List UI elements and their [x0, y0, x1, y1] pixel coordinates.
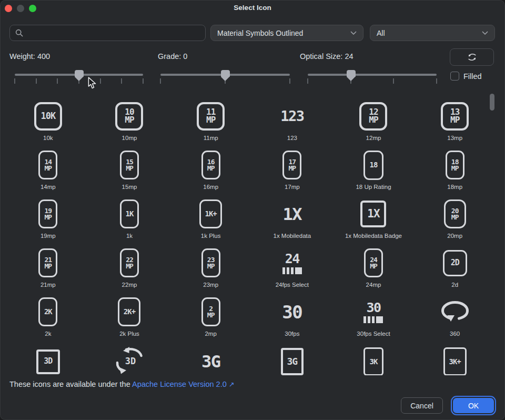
optical-tick	[307, 78, 308, 84]
2mp-icon: 2MP	[201, 297, 220, 326]
1x-mobiledata-icon: 1X	[283, 206, 302, 223]
icon-grid-item-label: 1x Mobiledata Badge	[345, 233, 402, 239]
icon-grid-item-label: 22mp	[122, 282, 137, 288]
ok-button[interactable]: OK	[453, 398, 494, 413]
optical-size-slider-ticks	[308, 78, 437, 84]
select-icon-dialog: Select Icon Material Symbols Outlined Al…	[0, 0, 505, 420]
14mp-icon: 14MP	[38, 151, 57, 179]
icon-grid-item-2mp[interactable]: 2MP2mp	[170, 288, 251, 337]
2k-icon: 2K	[38, 297, 57, 326]
icon-grid-item-12mp[interactable]: 12MP12mp	[333, 92, 415, 141]
weight-slider-label: Weight: 400	[9, 52, 50, 61]
icon-grid-item-label: 10mp	[122, 135, 137, 141]
chevron-down-icon	[482, 31, 488, 35]
10mp-icon: 10MP	[115, 102, 143, 131]
optical-size-slider[interactable]	[308, 74, 437, 76]
icon-grid-item-15mp[interactable]: 15MP15mp	[89, 141, 170, 190]
icon-grid-item-2k[interactable]: 2K2k	[7, 288, 89, 337]
1k-icon: 1K	[120, 199, 139, 228]
optical-tick	[393, 78, 394, 84]
scrollbar-thumb[interactable]	[490, 94, 494, 111]
icon-grid-item-label: 1k	[126, 233, 133, 239]
icon-grid-item-10k[interactable]: 10K10k	[7, 92, 89, 141]
30fps-icon: 30	[282, 303, 302, 321]
weight-tick	[57, 78, 58, 84]
icon-grid-item-24mp[interactable]: 24MP24mp	[333, 239, 415, 288]
weight-tick	[36, 78, 37, 84]
icon-grid-item-16mp[interactable]: 16MP16mp	[170, 141, 251, 190]
icon-grid-item-18-up-rating[interactable]: 1818 Up Rating	[333, 141, 415, 190]
icon-grid-item-11mp[interactable]: 11MP11mp	[170, 92, 251, 141]
22mp-icon: 22MP	[120, 248, 139, 277]
cancel-button[interactable]: Cancel	[401, 397, 443, 414]
icon-grid-item-label: 18mp	[447, 184, 462, 190]
optical-size-slider-label: Optical Size: 24	[300, 52, 354, 61]
icon-grid-item-1k[interactable]: 1K1k	[89, 190, 170, 239]
category-dropdown[interactable]: All	[370, 25, 495, 41]
weight-tick	[14, 78, 15, 84]
icon-grid-item-1x-mobiledata-badge[interactable]: 1X1x Mobiledata Badge	[333, 190, 415, 239]
icon-grid-item-3g-mobiledata[interactable]: 3G	[170, 337, 251, 375]
3d-icon: 3D	[36, 349, 60, 374]
icon-grid-item-20mp[interactable]: 20MP20mp	[414, 190, 496, 239]
refresh-icon	[467, 53, 477, 62]
icon-grid-item-23mp[interactable]: 23MP23mp	[170, 239, 251, 288]
icon-grid-item-label: 20mp	[447, 233, 462, 239]
icon-grid-item-3d[interactable]: 3D	[7, 337, 89, 375]
icon-grid-item-1k-plus[interactable]: 1K+1k Plus	[170, 190, 251, 239]
23mp-icon: 23MP	[201, 248, 220, 277]
icon-grid-item-label: 2k	[45, 331, 51, 337]
icon-grid-item-label: 2mp	[205, 331, 216, 337]
weight-tick	[121, 78, 122, 84]
titlebar: Select Icon	[0, 0, 505, 17]
icon-search-field[interactable]	[9, 25, 206, 41]
icon-grid-item-18mp[interactable]: 18MP18mp	[414, 141, 496, 190]
window-title: Select Icon	[0, 4, 505, 12]
icon-grid-item-3d-rotation[interactable]: 3D	[89, 337, 170, 375]
3d-rotation-icon: 3D	[115, 346, 144, 375]
weight-slider-thumb[interactable]	[75, 70, 84, 81]
filled-checkbox[interactable]	[450, 72, 459, 81]
icon-grid-item-22mp[interactable]: 22MP22mp	[89, 239, 170, 288]
icon-grid-item-3g-mobiledata-badge[interactable]: 3G	[251, 337, 333, 375]
reset-axes-button[interactable]	[450, 48, 494, 66]
weight-tick	[100, 78, 101, 84]
icon-grid-item-360[interactable]: 360	[414, 288, 496, 337]
font-family-dropdown[interactable]: Material Symbols Outlined	[210, 25, 363, 41]
apache-license-link[interactable]: Apache License Version 2.0	[132, 380, 227, 388]
icon-grid-item-30fps-select[interactable]: 3030fps Select	[333, 288, 415, 337]
icon-grid-item-21mp[interactable]: 21MP21mp	[7, 239, 89, 288]
icon-grid-item-label: 24mp	[366, 282, 381, 288]
icon-grid-item-1x-mobiledata[interactable]: 1X1x Mobiledata	[251, 190, 333, 239]
icon-grid-item-2d[interactable]: 2D2d	[414, 239, 496, 288]
3g-mobiledata-badge-icon: 3G	[281, 348, 304, 375]
icon-grid-item-14mp[interactable]: 14MP14mp	[7, 141, 89, 190]
icon-grid-item-2k-plus[interactable]: 2K+2k Plus	[89, 288, 170, 337]
icon-grid-item-label: 17mp	[285, 184, 300, 190]
21mp-icon: 21MP	[38, 248, 57, 277]
icon-grid-item-13mp[interactable]: 13MP13mp	[414, 92, 496, 141]
icon-grid-item-3k[interactable]: 3K	[333, 337, 415, 375]
icon-grid-item-19mp[interactable]: 19MP19mp	[7, 190, 89, 239]
search-input[interactable]	[27, 29, 205, 37]
icon-grid-item-30fps[interactable]: 3030fps	[251, 288, 333, 337]
icon-grid-item-label: 15mp	[122, 184, 137, 190]
icon-grid-item-10mp[interactable]: 10MP10mp	[89, 92, 170, 141]
category-dropdown-value: All	[377, 29, 385, 37]
icon-grid-item-label: 13mp	[447, 135, 462, 141]
icon-grid-item-label: 30fps	[285, 331, 299, 337]
grade-slider-thumb[interactable]	[221, 70, 230, 81]
icon-grid-item-3k-plus[interactable]: 3K+	[414, 337, 496, 375]
optical-slider-thumb[interactable]	[347, 70, 356, 81]
icon-grid-item-17mp[interactable]: 17MP17mp	[251, 141, 333, 190]
icon-grid-item-24fps-select[interactable]: 2424fps Select	[251, 239, 333, 288]
19mp-icon: 19MP	[38, 199, 57, 228]
3k-icon: 3K	[363, 347, 383, 375]
icon-grid-item-label: 10k	[43, 135, 53, 141]
optical-tick	[436, 78, 437, 84]
16mp-icon: 16MP	[201, 151, 220, 179]
icon-grid-item-123[interactable]: 123123	[251, 92, 333, 141]
12mp-icon: 12MP	[359, 102, 387, 131]
icon-grid-item-label: 11mp	[204, 135, 218, 141]
icon-grid-item-label: 21mp	[41, 282, 56, 288]
